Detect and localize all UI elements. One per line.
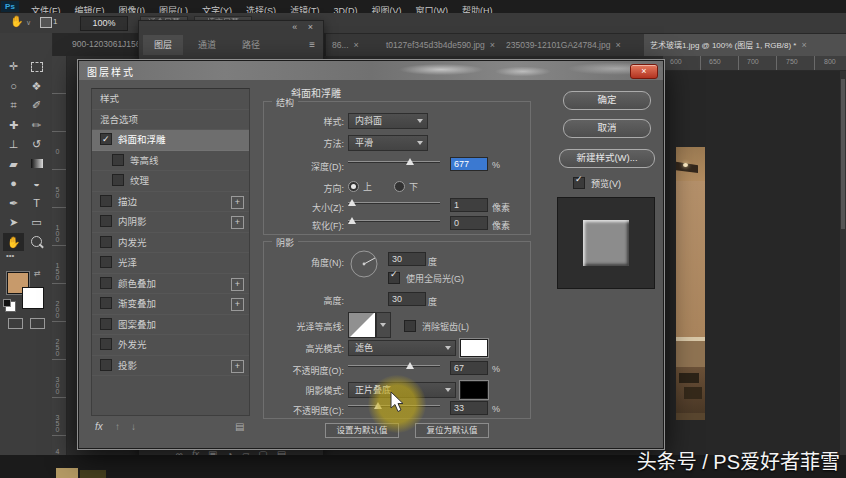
checkbox-icon[interactable] <box>112 154 124 166</box>
reset-default-button[interactable]: 复位为默认值 <box>415 423 489 438</box>
menu-file[interactable]: 文件(F) <box>24 3 68 13</box>
healing-brush-tool[interactable]: ✚ <box>3 116 24 134</box>
depth-slider[interactable] <box>348 157 440 167</box>
add-instance-icon[interactable]: + <box>231 196 244 209</box>
blur-tool[interactable]: ● <box>3 174 24 192</box>
checkbox-icon[interactable] <box>100 195 112 207</box>
drop-shadow-item[interactable]: 投影+ <box>92 356 249 377</box>
doc-tab[interactable]: 86...× <box>326 34 387 56</box>
slider-thumb[interactable] <box>406 362 414 369</box>
dialog-title-bar[interactable]: 图层样式 × <box>79 61 663 80</box>
crop-tool[interactable]: ⌗ <box>3 96 24 114</box>
highlight-opacity-input[interactable]: 67 <box>450 361 488 375</box>
menu-type[interactable]: 文字(Y) <box>195 3 239 13</box>
size-input[interactable]: 1 <box>450 198 488 212</box>
menu-select[interactable]: 选择(S) <box>239 3 283 13</box>
highlight-opacity-slider[interactable] <box>348 361 440 371</box>
quick-mask-icon[interactable] <box>8 318 23 329</box>
menu-window[interactable]: 窗口(W) <box>409 3 456 13</box>
slider-thumb[interactable] <box>406 158 414 165</box>
doc-tab[interactable]: t0127ef345d3b4de590.jpg× <box>380 34 501 56</box>
scrollbar-thumb[interactable] <box>841 79 845 229</box>
tab-channels[interactable]: 通道 <box>187 35 227 55</box>
highlight-color-swatch[interactable] <box>460 339 488 357</box>
close-tab-icon[interactable]: × <box>615 40 620 50</box>
slider-thumb[interactable] <box>348 199 356 206</box>
checkbox-icon[interactable] <box>100 359 112 371</box>
menu-image[interactable]: 图像(I) <box>112 3 153 13</box>
contour-dropdown-icon[interactable] <box>376 312 391 338</box>
anti-alias-checkbox[interactable]: 消除锯齿(L) <box>404 320 469 333</box>
bevel-style-dropdown[interactable]: 内斜面 <box>348 113 428 129</box>
type-tool[interactable]: T <box>26 194 47 212</box>
eraser-tool[interactable]: ▰ <box>3 155 24 173</box>
slider-thumb[interactable] <box>348 217 356 224</box>
direction-up-radio[interactable]: 上 <box>348 180 372 193</box>
add-instance-icon[interactable]: + <box>231 298 244 311</box>
outer-glow-item[interactable]: 外发光 <box>92 335 249 356</box>
doc-tab[interactable]: 235039-12101GA24784.jpg× <box>500 34 645 56</box>
chevron-down-icon[interactable]: ∨ <box>26 19 31 27</box>
dodge-tool[interactable]: ◒ <box>26 174 47 192</box>
technique-dropdown[interactable]: 平滑 <box>348 135 428 151</box>
soften-input[interactable]: 0 <box>450 216 488 230</box>
gradient-overlay-item[interactable]: 渐变叠加+ <box>92 294 249 315</box>
collapse-panel-icon[interactable]: « <box>292 22 301 32</box>
preview-checkbox[interactable]: 预览(V) <box>573 177 621 190</box>
clone-stamp-tool[interactable]: ⊥ <box>3 135 24 153</box>
radio-selected-icon[interactable] <box>348 181 359 192</box>
move-down-icon[interactable]: ↓ <box>131 421 136 432</box>
lasso-tool[interactable]: ○ <box>3 77 24 95</box>
quick-select-tool[interactable]: ❖ <box>26 77 47 95</box>
new-style-button[interactable]: 新建样式(W)... <box>559 149 655 168</box>
hand-tool[interactable]: ✋ <box>3 233 24 251</box>
history-brush-tool[interactable]: ↺ <box>26 135 47 153</box>
altitude-input[interactable]: 30 <box>388 292 426 306</box>
ok-button[interactable]: 确定 <box>563 91 651 110</box>
color-overlay-item[interactable]: 颜色叠加+ <box>92 274 249 295</box>
doc-tab-active[interactable]: 艺术玻璃1.jpg @ 100% (图层 1, RGB/8) *× <box>644 34 846 56</box>
satin-item[interactable]: 光泽 <box>92 253 249 274</box>
contour-item[interactable]: 等高线 <box>92 151 249 172</box>
checkbox-checked-icon[interactable] <box>388 272 400 284</box>
stroke-item[interactable]: 描边+ <box>92 192 249 213</box>
close-tab-icon[interactable]: × <box>354 40 359 50</box>
checkbox-icon[interactable] <box>100 297 112 309</box>
menu-edit[interactable]: 编辑(E) <box>68 3 112 13</box>
checkbox-icon[interactable] <box>112 174 124 186</box>
inner-glow-item[interactable]: 内发光 <box>92 233 249 254</box>
radio-icon[interactable] <box>394 181 405 192</box>
add-instance-icon[interactable]: + <box>231 360 244 373</box>
swap-colors-icon[interactable]: ⇄ <box>34 269 41 278</box>
shadow-opacity-input[interactable]: 33 <box>450 401 488 415</box>
canvas-area[interactable] <box>663 71 846 455</box>
eyedropper-tool[interactable]: ✐ <box>26 96 47 114</box>
path-select-tool[interactable]: ➤ <box>3 213 24 231</box>
zoom-tool[interactable] <box>26 233 47 251</box>
angle-dial[interactable] <box>348 248 380 282</box>
checkbox-checked-icon[interactable] <box>573 177 585 189</box>
highlight-mode-dropdown[interactable]: 滤色 <box>348 340 456 356</box>
checkbox-icon[interactable] <box>100 236 112 248</box>
tab-paths[interactable]: 路径 <box>231 35 271 55</box>
move-tool[interactable]: ✛ <box>3 57 24 75</box>
zoom-level-input[interactable]: 100% <box>80 16 128 31</box>
menu-view[interactable]: 视图(V) <box>365 3 409 13</box>
panel-menu-icon[interactable]: ≡ <box>309 39 315 50</box>
blending-options-item[interactable]: 混合选项 <box>92 110 249 131</box>
bevel-emboss-item[interactable]: 斜面和浮雕 <box>92 130 249 151</box>
brush-tool[interactable]: ✏ <box>26 116 47 134</box>
close-tab-icon[interactable]: × <box>801 40 806 50</box>
depth-input[interactable]: 677 <box>450 157 488 171</box>
arrange-documents-icon[interactable] <box>40 17 52 28</box>
menu-help[interactable]: 帮助(H) <box>455 3 500 13</box>
screen-mode-icon[interactable] <box>30 318 45 329</box>
angle-input[interactable]: 30 <box>388 252 426 266</box>
direction-down-radio[interactable]: 下 <box>394 180 418 193</box>
add-instance-icon[interactable]: + <box>231 278 244 291</box>
checkbox-icon[interactable] <box>100 277 112 289</box>
default-colors-icon[interactable] <box>5 301 16 312</box>
inner-shadow-item[interactable]: 内阴影+ <box>92 212 249 233</box>
trash-icon[interactable]: ▤ <box>235 421 244 432</box>
canvas-scrollbar[interactable] <box>840 71 846 455</box>
